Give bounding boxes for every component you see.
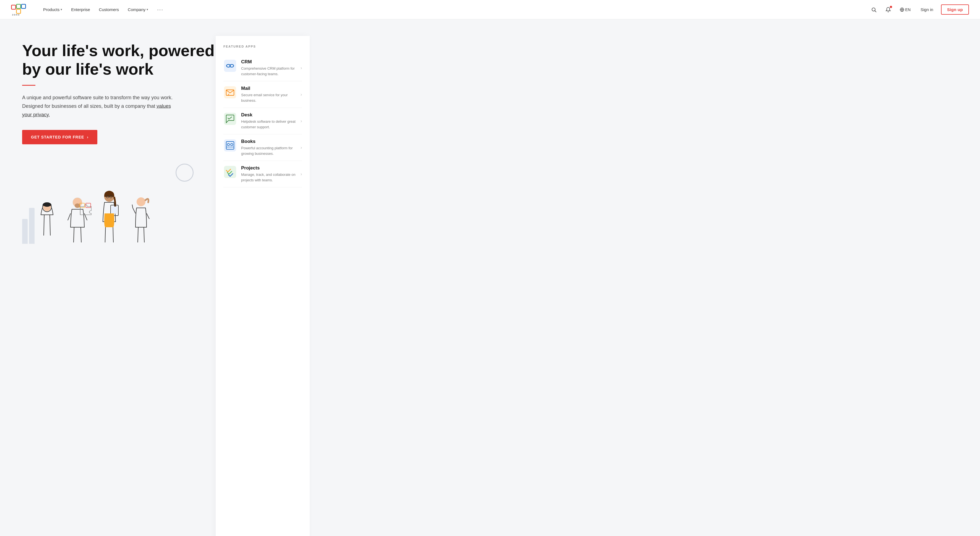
crm-name: CRM (241, 59, 298, 65)
svg-line-33 (132, 205, 133, 208)
svg-point-31 (137, 197, 145, 206)
person-2 (66, 194, 89, 244)
circle-decoration (176, 164, 194, 181)
nav-customers[interactable]: Customers (95, 5, 123, 14)
nav-products[interactable]: Products ▾ (40, 5, 65, 14)
app-books[interactable]: Books Powerful accounting platform for g… (223, 134, 302, 161)
projects-icon (223, 165, 237, 178)
main-content: Your life's work, powered by our life's … (0, 19, 980, 536)
mail-arrow: › (301, 92, 302, 97)
svg-line-10 (44, 215, 44, 235)
nav-more[interactable]: ··· (154, 4, 167, 15)
signin-button[interactable]: Sign in (917, 6, 937, 14)
svg-line-11 (50, 215, 50, 235)
books-icon (223, 139, 237, 152)
projects-name: Projects (241, 165, 298, 171)
mail-name: Mail (241, 86, 298, 91)
app-desk[interactable]: Desk Helpdesk software to deliver great … (223, 108, 302, 134)
notifications-button[interactable] (883, 5, 893, 15)
language-label: EN (905, 8, 911, 12)
svg-rect-2 (22, 4, 26, 8)
cta-button[interactable]: GET STARTED FOR FREE › (22, 130, 97, 144)
svg-line-6 (875, 11, 876, 12)
svg-point-14 (43, 202, 51, 207)
svg-rect-43 (224, 139, 236, 151)
books-desc: Powerful accounting platform for growing… (241, 145, 298, 156)
projects-desc: Manage, track, and collaborate on projec… (241, 172, 298, 183)
svg-rect-1 (17, 4, 21, 8)
navbar: ZOHO Products ▾ Enterprise Customers Com… (0, 0, 980, 19)
books-name: Books (241, 139, 298, 144)
right-panel: FEATURED APPS CRM Comprehensive CRM plat… (216, 36, 310, 536)
svg-line-36 (144, 227, 144, 242)
arrow-icon: › (87, 135, 89, 139)
bar-1 (22, 219, 28, 244)
svg-rect-40 (224, 86, 236, 99)
nav-enterprise[interactable]: Enterprise (68, 5, 93, 14)
desk-arrow: › (301, 119, 302, 124)
chevron-down-icon: ▾ (146, 8, 148, 11)
person-1 (36, 200, 58, 244)
illustration-area (22, 161, 216, 244)
desk-desc: Helpdesk software to deliver great custo… (241, 119, 298, 130)
svg-line-19 (73, 227, 74, 242)
mail-desc: Secure email service for your business. (241, 92, 298, 103)
bar-chart (22, 208, 35, 244)
crm-icon (223, 59, 237, 72)
svg-text:ZOHO: ZOHO (12, 14, 20, 16)
svg-line-20 (81, 227, 81, 242)
desk-icon (223, 112, 237, 126)
books-arrow: › (301, 145, 302, 150)
person-3 (97, 189, 122, 244)
crm-desc: Comprehensive CRM platform for customer-… (241, 66, 298, 76)
app-crm[interactable]: CRM Comprehensive CRM platform for custo… (223, 55, 302, 81)
projects-arrow: › (301, 172, 302, 177)
mail-icon (223, 86, 237, 99)
person-4 (130, 194, 152, 244)
app-mail[interactable]: Mail Secure email service for your busin… (223, 81, 302, 108)
hero-title: Your life's work, powered by our life's … (22, 41, 216, 78)
signup-button[interactable]: Sign up (941, 5, 969, 15)
crm-arrow: › (301, 65, 302, 70)
svg-rect-23 (112, 207, 117, 214)
app-projects[interactable]: Projects Manage, track, and collaborate … (223, 161, 302, 188)
search-button[interactable] (869, 5, 879, 15)
nav-links: Products ▾ Enterprise Customers Company … (40, 4, 869, 15)
nav-company[interactable]: Company ▾ (124, 5, 151, 14)
language-selector[interactable]: EN (897, 6, 913, 14)
svg-line-34 (146, 213, 150, 219)
hero-section: Your life's work, powered by our life's … (22, 36, 216, 536)
hero-divider (22, 85, 35, 86)
puzzle-piece (79, 202, 92, 216)
svg-rect-3 (17, 9, 21, 13)
svg-rect-0 (12, 5, 16, 9)
svg-rect-30 (86, 203, 91, 208)
chevron-down-icon: ▾ (60, 8, 62, 11)
bar-2 (29, 208, 35, 244)
svg-line-17 (68, 213, 70, 220)
notification-dot (890, 6, 892, 8)
people-illustration (36, 189, 152, 244)
featured-label: FEATURED APPS (223, 45, 302, 48)
logo[interactable]: ZOHO (11, 3, 29, 17)
svg-line-32 (133, 208, 135, 213)
desk-name: Desk (241, 112, 298, 118)
svg-rect-42 (224, 113, 236, 125)
svg-line-35 (138, 227, 138, 242)
hero-description: A unique and powerful software suite to … (22, 94, 177, 119)
nav-right: EN Sign in Sign up (869, 5, 969, 15)
